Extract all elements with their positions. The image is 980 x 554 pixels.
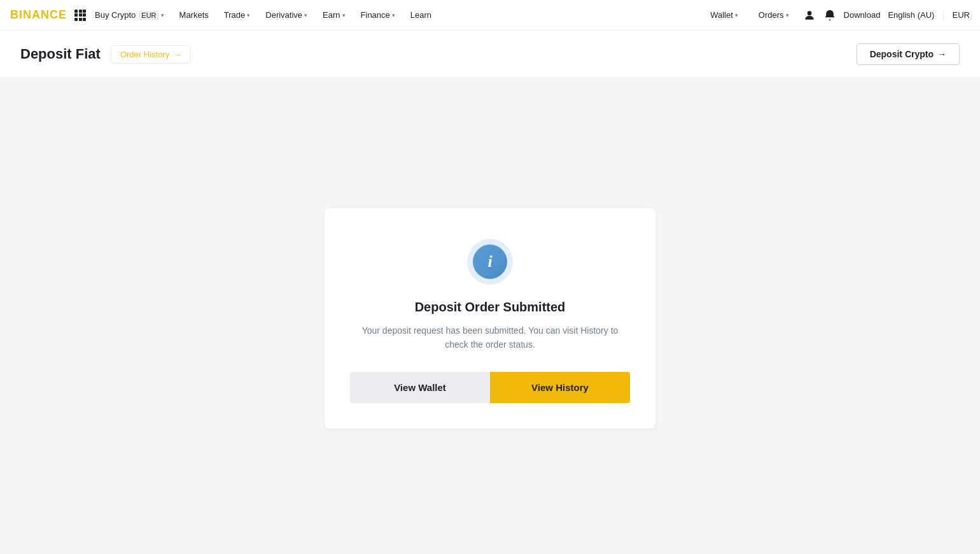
nav-item-wallet[interactable]: Wallet ▾: [704, 0, 745, 31]
main-content: i Deposit Order Submitted Your deposit r…: [0, 78, 980, 554]
page-header: Deposit Fiat Order History → Deposit Cry…: [0, 31, 980, 78]
notifications-icon[interactable]: [823, 9, 836, 22]
nav-item-buy-crypto[interactable]: Buy Crypto EUR ▾: [88, 0, 171, 31]
deposit-crypto-button[interactable]: Deposit Crypto →: [857, 43, 960, 65]
nav-locale[interactable]: English (AU): [888, 10, 934, 20]
grid-menu-icon[interactable]: [74, 10, 86, 21]
brand-logo[interactable]: BINANCE: [10, 8, 67, 22]
nav-item-finance[interactable]: Finance ▾: [354, 0, 402, 31]
nav-item-derivative[interactable]: Derivative ▾: [259, 0, 314, 31]
nav-label-learn: Learn: [410, 10, 431, 20]
nav-item-orders[interactable]: Orders ▾: [752, 0, 795, 31]
chevron-down-icon: ▾: [786, 12, 789, 18]
nav-label-derivative: Derivative: [265, 10, 302, 20]
nav-item-earn[interactable]: Earn ▾: [316, 0, 351, 31]
info-icon-outer: i: [467, 239, 513, 285]
info-icon-wrapper: i: [467, 239, 513, 285]
nav-label-wallet: Wallet: [710, 10, 733, 20]
nav-label-buy-crypto: Buy Crypto: [95, 10, 136, 20]
arrow-icon: →: [173, 50, 181, 59]
deposit-crypto-label: Deposit Crypto: [870, 49, 934, 59]
nav-item-trade[interactable]: Trade ▾: [218, 0, 256, 31]
view-wallet-button[interactable]: View Wallet: [350, 372, 490, 403]
info-icon: i: [473, 245, 507, 279]
order-history-button[interactable]: Order History →: [111, 45, 191, 64]
view-history-button[interactable]: View History: [490, 372, 630, 403]
arrow-icon: →: [937, 49, 946, 59]
chevron-down-icon: ▾: [304, 12, 307, 18]
nav-label-finance: Finance: [361, 10, 390, 20]
nav-divider: |: [942, 10, 944, 21]
success-title: Deposit Order Submitted: [415, 300, 566, 315]
chevron-down-icon: ▾: [247, 12, 250, 18]
brand-name: BINANCE: [10, 8, 67, 22]
nav-label-trade: Trade: [224, 10, 245, 20]
order-history-label: Order History: [120, 50, 169, 59]
success-card: i Deposit Order Submitted Your deposit r…: [325, 208, 655, 429]
nav-label-orders: Orders: [759, 10, 784, 20]
chevron-down-icon: ▾: [161, 12, 164, 18]
success-description: Your deposit request has been submitted.…: [350, 323, 630, 352]
page-header-left: Deposit Fiat Order History →: [20, 45, 191, 64]
svg-point-0: [807, 11, 811, 15]
nav-item-learn[interactable]: Learn: [404, 0, 438, 31]
nav-label-earn: Earn: [323, 10, 340, 20]
action-buttons: View Wallet View History: [350, 372, 630, 403]
chevron-down-icon: ▾: [735, 12, 738, 18]
nav-download[interactable]: Download: [844, 10, 881, 20]
navbar: BINANCE Buy Crypto EUR ▾ Markets Trade ▾…: [0, 0, 980, 31]
nav-label-markets: Markets: [179, 10, 209, 20]
nav-tag-eur: EUR: [139, 11, 158, 20]
nav-item-markets[interactable]: Markets: [173, 0, 215, 31]
page-title: Deposit Fiat: [20, 46, 101, 62]
chevron-down-icon: ▾: [392, 12, 395, 18]
nav-currency[interactable]: EUR: [953, 10, 970, 20]
chevron-down-icon: ▾: [342, 12, 346, 18]
user-profile-icon[interactable]: [803, 9, 816, 22]
navbar-right: Wallet ▾ Orders ▾ Download English (AU) …: [704, 0, 970, 31]
